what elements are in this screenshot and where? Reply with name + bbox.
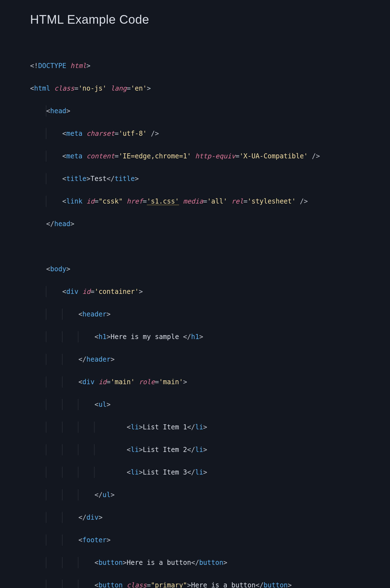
val-no-js: 'no-js' [78, 84, 106, 92]
code-line: </ul> [30, 489, 390, 501]
code-line: <body> [30, 263, 390, 275]
punct-gt: > [86, 62, 90, 70]
code-line: <title>Test</title> [30, 173, 390, 185]
code-line: <footer> [30, 534, 390, 546]
val-main-role: 'main' [159, 378, 183, 386]
val-ie-edge: 'IE=edge,chrome=1' [119, 152, 191, 160]
code-line-blank [30, 241, 390, 252]
val-primary: "primary" [151, 581, 187, 588]
button-text: Here is a button [127, 559, 191, 567]
doctype-name: html [70, 62, 87, 70]
val-utf8: 'utf-8' [119, 130, 147, 137]
attr-media: media [183, 197, 203, 205]
attr-role: role [139, 378, 155, 386]
html-tag: html [34, 84, 50, 92]
code-line: <div id='main' role='main'> [30, 376, 390, 388]
page-title: HTML Example Code [0, 13, 390, 26]
footer-tag: footer [82, 536, 107, 544]
val-main: 'main' [111, 378, 135, 386]
attr-lang: lang [111, 84, 127, 92]
punct-lt: <! [30, 62, 38, 70]
val-container: 'container' [94, 288, 139, 296]
code-line: <ul> [30, 399, 390, 410]
button-text: Here is a button [191, 581, 255, 588]
title-text: Test [91, 175, 107, 183]
attr-http-equiv: http-equiv [195, 152, 235, 160]
code-line: <li>List Item 3</li> [30, 467, 390, 478]
button-tag: button [99, 559, 123, 567]
val-s1css: 's1.css' [147, 197, 179, 205]
code-line: <meta content='IE=edge,chrome=1' http-eq… [30, 151, 390, 162]
list-item: List Item 2 [143, 446, 187, 454]
head-tag: head [50, 107, 66, 115]
code-line: </head> [30, 218, 390, 230]
code-line: <li>List Item 1</li> [30, 422, 390, 433]
code-line: <button>Here is a button</button> [30, 557, 390, 568]
code-line: <div id='container'> [30, 286, 390, 297]
h1-text: Here is my sample [111, 333, 183, 341]
attr-id: id [86, 197, 94, 205]
code-line: </header> [30, 354, 390, 365]
code-block: <!DOCTYPE html> <html class='no-js' lang… [0, 49, 390, 588]
code-line: <!DOCTYPE html> [30, 60, 390, 72]
attr-charset: charset [86, 130, 114, 137]
meta-tag: meta [66, 130, 82, 137]
attr-content: content [86, 152, 114, 160]
code-line: <html class='no-js' lang='en'> [30, 83, 390, 94]
code-line: </div> [30, 512, 390, 523]
code-line: <head> [30, 105, 390, 117]
val-cssk: "cssk" [99, 197, 123, 205]
code-line: <button class="primary">Here is a button… [30, 580, 390, 588]
h1-tag: h1 [99, 333, 107, 341]
header-tag: header [82, 310, 107, 318]
body-tag: body [50, 265, 66, 273]
code-line: <header> [30, 309, 390, 320]
self-close: /> [147, 130, 159, 137]
code-line: <li>List Item 2</li> [30, 444, 390, 456]
list-item: List Item 3 [143, 468, 187, 476]
val-all: 'all' [207, 197, 227, 205]
doctype-kw: DOCTYPE [38, 62, 66, 70]
val-stylesheet: 'stylesheet' [247, 197, 296, 205]
attr-rel: rel [231, 197, 243, 205]
ul-tag: ul [99, 401, 107, 408]
attr-href: href [127, 197, 143, 205]
div-tag: div [66, 288, 78, 296]
val-en: 'en' [131, 84, 147, 92]
code-line: <h1>Here is my sample </h1> [30, 331, 390, 343]
link-tag: link [66, 197, 82, 205]
list-item: List Item 1 [143, 423, 187, 431]
attr-class: class [54, 84, 74, 92]
code-line: <link id="cssk" href='s1.css' media='all… [30, 196, 390, 207]
title-tag: title [66, 175, 86, 183]
val-xua: 'X-UA-Compatible' [239, 152, 308, 160]
code-line: <meta charset='utf-8' /> [30, 128, 390, 139]
